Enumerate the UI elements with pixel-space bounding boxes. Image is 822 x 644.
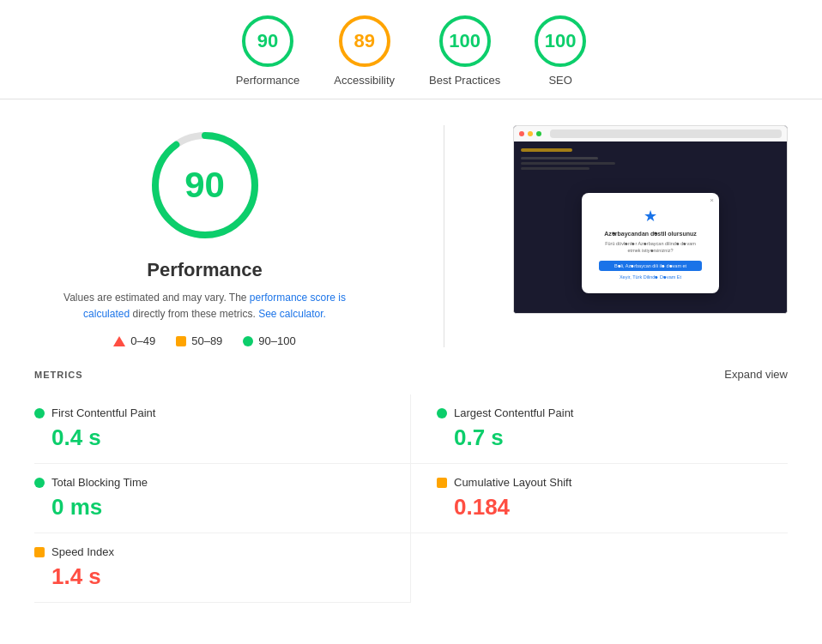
dialog-close-icon: × [710, 196, 714, 204]
dialog-cancel-link[interactable]: Xeyir, Türk Dilində Dəvam Et [599, 274, 702, 280]
dialog-subtitle: Fürü dövlənlər Azərbaycan dilində dəvam … [599, 241, 702, 254]
performance-title: Performance [147, 259, 263, 281]
score-item-accessibility[interactable]: 89 Accessibility [334, 15, 395, 87]
metrics-header: METRICS Expand view [34, 368, 788, 381]
metric-fcp-header: First Contentful Paint [34, 406, 384, 419]
metric-name-si: Speed Index [51, 545, 114, 558]
metric-value-tbt: 0 ms [34, 494, 384, 521]
score-value-accessibility: 89 [354, 30, 374, 52]
metric-name-cls: Cumulative Layout Shift [454, 476, 571, 489]
performance-section: 90 Performance Values are estimated and … [34, 125, 788, 347]
dialog-star-icon: ★ [599, 207, 702, 226]
legend-range-fail: 0–49 [130, 334, 155, 347]
score-item-best-practices[interactable]: 100 Best Practices [429, 15, 500, 87]
score-circle-performance: 90 [242, 15, 293, 67]
dialog-confirm-button[interactable]: Bəli, Azərbaycan dili ilə dəvam et [599, 261, 702, 271]
performance-left: 90 Performance Values are estimated and … [34, 125, 375, 347]
legend-item-average: 50–89 [176, 334, 222, 347]
expand-view-button[interactable]: Expand view [724, 368, 788, 381]
score-label-best-practices: Best Practices [429, 74, 500, 87]
score-circle-best-practices: 100 [439, 15, 491, 67]
score-label-performance: Performance [236, 74, 299, 87]
screenshot-content: × ★ Azərbaycandan dəstil olursunuz Fürü … [514, 141, 787, 313]
fail-icon [113, 336, 125, 346]
metric-item-lcp: Largest Contentful Paint 0.7 s [411, 394, 788, 464]
legend-item-fail: 0–49 [113, 334, 155, 347]
performance-description: Values are estimated and may vary. The p… [59, 290, 351, 322]
metric-value-lcp: 0.7 s [437, 424, 788, 451]
metric-dot-tbt [34, 478, 45, 488]
score-value-best-practices: 100 [449, 30, 481, 52]
score-label-seo: SEO [548, 74, 571, 87]
metric-dot-si [34, 547, 45, 557]
screenshot-bg-content [514, 141, 787, 177]
legend-range-average: 50–89 [191, 334, 222, 347]
metric-item-cls: Cumulative Layout Shift 0.184 [411, 464, 788, 533]
screenshot-box: × ★ Azərbaycandan dəstil olursunuz Fürü … [513, 125, 788, 314]
metrics-section: METRICS Expand view First Contentful Pai… [34, 368, 788, 603]
metric-cls-header: Cumulative Layout Shift [437, 476, 788, 489]
metric-dot-fcp [34, 408, 45, 418]
screenshot-dialog: × ★ Azərbaycandan dəstil olursunuz Fürü … [582, 193, 719, 293]
score-bar: 90 Performance 89 Accessibility 100 Best… [0, 0, 822, 99]
metric-value-cls: 0.184 [437, 494, 788, 521]
score-circle-accessibility: 89 [339, 15, 390, 67]
metric-tbt-header: Total Blocking Time [34, 476, 384, 489]
score-item-performance[interactable]: 90 Performance [236, 15, 299, 87]
metric-name-lcp: Largest Contentful Paint [454, 406, 573, 419]
vertical-divider [444, 125, 444, 347]
metric-si-header: Speed Index [34, 545, 384, 558]
calc-link[interactable]: See calculator. [258, 308, 326, 320]
metric-name-tbt: Total Blocking Time [51, 476, 148, 489]
metric-value-fcp: 0.4 s [34, 424, 384, 451]
dialog-title: Azərbaycandan dəstil olursunuz [599, 231, 702, 238]
legend-range-pass: 90–100 [258, 334, 295, 347]
score-legend: 0–49 50–89 90–100 [113, 334, 295, 347]
metric-name-fcp: First Contentful Paint [51, 406, 155, 419]
metric-lcp-header: Largest Contentful Paint [437, 406, 788, 419]
topbar-dot-green [536, 131, 541, 136]
score-value-performance: 90 [257, 30, 278, 52]
metric-item-fcp: First Contentful Paint 0.4 s [34, 394, 411, 464]
big-score-value: 90 [184, 165, 225, 206]
score-value-seo: 100 [545, 30, 577, 52]
topbar-dot-yellow [528, 131, 533, 136]
metric-dot-lcp [437, 408, 447, 418]
metric-item-tbt: Total Blocking Time 0 ms [34, 464, 411, 533]
perf-desc-text: Values are estimated and may vary. The [63, 292, 250, 304]
topbar-urlbar [550, 129, 782, 138]
metric-value-si: 1.4 s [34, 563, 384, 590]
metric-dot-cls [437, 478, 447, 488]
metric-item-si: Speed Index 1.4 s [34, 533, 411, 603]
score-label-accessibility: Accessibility [334, 74, 395, 87]
main-content: 90 Performance Values are estimated and … [0, 99, 822, 620]
screenshot-topbar [514, 126, 787, 141]
topbar-dot-red [519, 131, 524, 136]
metrics-grid: First Contentful Paint 0.4 s Largest Con… [34, 394, 788, 603]
big-score-circle: 90 [145, 125, 265, 245]
score-circle-seo: 100 [535, 15, 586, 67]
perf-desc-mid: directly from these metrics. [130, 308, 258, 320]
pass-icon [243, 336, 253, 346]
score-item-seo[interactable]: 100 SEO [535, 15, 586, 87]
performance-right: × ★ Azərbaycandan dəstil olursunuz Fürü … [513, 125, 788, 314]
average-icon [176, 336, 186, 346]
legend-item-pass: 90–100 [243, 334, 295, 347]
metrics-title: METRICS [34, 370, 83, 380]
